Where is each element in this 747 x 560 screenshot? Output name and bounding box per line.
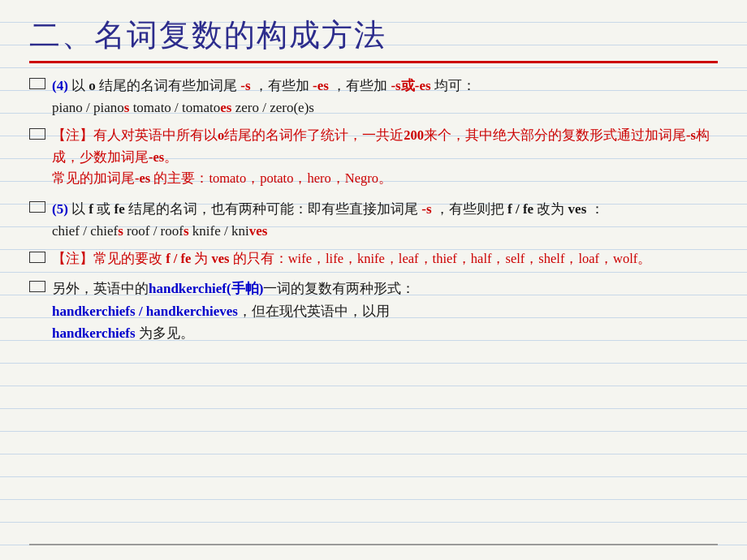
bullet-extra bbox=[29, 281, 45, 292]
note-item-5: 【注】常见的要改 f / fe 为 ves 的只有：wife，life，knif… bbox=[29, 248, 718, 269]
section-extra-group: 另外，英语中的handkerchief(手帕)一词的复数有两种形式： handk… bbox=[29, 278, 718, 344]
bottom-rule bbox=[29, 544, 718, 545]
note-item-4: 【注】有人对英语中所有以o结尾的名词作了统计，一共近200来个，其中绝大部分的复… bbox=[29, 125, 718, 189]
note-bullet-4 bbox=[29, 128, 45, 140]
item-text-4: (4) 以 o 结尾的名词有些加词尾 -s ，有些加 -es ，有些加 -s或-… bbox=[52, 75, 476, 118]
bullet-5 bbox=[29, 201, 45, 213]
num-4: (4) bbox=[52, 78, 68, 93]
note-bullet-5 bbox=[29, 252, 45, 263]
item-extra: 另外，英语中的handkerchief(手帕)一词的复数有两种形式： handk… bbox=[29, 278, 718, 344]
item-text-extra: 另外，英语中的handkerchief(手帕)一词的复数有两种形式： handk… bbox=[52, 278, 415, 344]
section-4-group: (4) 以 o 结尾的名词有些加词尾 -s ，有些加 -es ，有些加 -s或-… bbox=[29, 75, 718, 190]
bullet-4 bbox=[29, 78, 45, 89]
note-text-4: 【注】有人对英语中所有以o结尾的名词作了统计，一共近200来个，其中绝大部分的复… bbox=[52, 125, 718, 189]
title-underline bbox=[29, 61, 718, 63]
label-4: (4) 以 o 结尾的名词有些加词尾 -s ，有些加 -es ，有些加 -s或-… bbox=[52, 78, 476, 93]
item-section-5: (5) 以 f 或 fe 结尾的名词，也有两种可能：即有些直接加词尾 -s ，有… bbox=[29, 198, 718, 242]
page-title: 二、名词复数的构成方法 bbox=[29, 15, 718, 56]
examples-4: piano / pianos tomato / tomatoes zero / … bbox=[52, 100, 314, 115]
note-text-5: 【注】常见的要改 f / fe 为 ves 的只有：wife，life，knif… bbox=[52, 248, 651, 269]
examples-5: chief / chiefs roof / roofs knife / kniv… bbox=[52, 223, 267, 239]
item-text-5: (5) 以 f 或 fe 结尾的名词，也有两种可能：即有些直接加词尾 -s ，有… bbox=[52, 198, 604, 242]
item-section-4: (4) 以 o 结尾的名词有些加词尾 -s ，有些加 -es ，有些加 -s或-… bbox=[29, 75, 718, 118]
section-5-group: (5) 以 f 或 fe 结尾的名词，也有两种可能：即有些直接加词尾 -s ，有… bbox=[29, 198, 718, 270]
main-content: 二、名词复数的构成方法 (4) 以 o 结尾的名词有些加词尾 -s ，有些加 -… bbox=[0, 0, 747, 367]
